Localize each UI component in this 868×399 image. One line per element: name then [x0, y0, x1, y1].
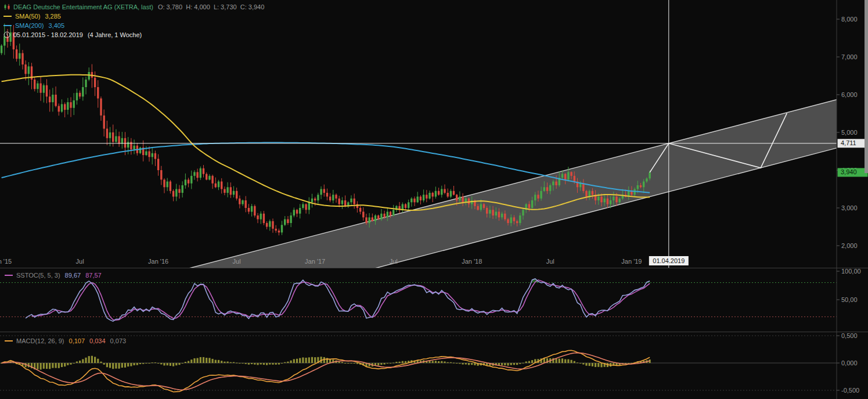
axis-label: 01.04.2019: [653, 257, 685, 264]
axis-label: Jul: [546, 258, 554, 265]
axis-label: 3,940: [841, 168, 857, 175]
axis-label: 0,000: [841, 360, 858, 366]
axis-label: 7,000: [841, 53, 858, 60]
axis-label: 4,711: [841, 139, 856, 146]
axis-label: Jul: [76, 258, 84, 265]
axis-label: 2,000: [841, 242, 858, 249]
axis-label: 100,00: [841, 268, 861, 275]
axis-label: Jan '17: [305, 258, 325, 265]
axis-label: Jul: [233, 258, 241, 265]
axis-label: 0,500: [841, 332, 858, 339]
axis-label: Jan '16: [148, 258, 168, 265]
vertical-scrollbar-thumb[interactable]: [865, 0, 868, 173]
axis-label: 8,000: [841, 16, 858, 23]
axis-label: 3,000: [841, 204, 858, 211]
axis-label: Jan '15: [0, 258, 12, 265]
axis-label: 50,00: [841, 296, 858, 303]
axis-label: Jul: [390, 258, 398, 265]
chart-window: Jan '15JulJan '16JulJan '17JulJan '18Jul…: [0, 0, 868, 399]
axis-label: -0,500: [841, 387, 859, 394]
chart-background: [0, 0, 868, 399]
price-chart-canvas[interactable]: Jan '15JulJan '16JulJan '17JulJan '18Jul…: [0, 0, 868, 399]
axis-label: 5,000: [841, 129, 858, 136]
axis-label: Jan '18: [462, 258, 482, 265]
axis-label: 6,000: [841, 91, 858, 98]
axis-label: Jan '19: [621, 258, 642, 265]
